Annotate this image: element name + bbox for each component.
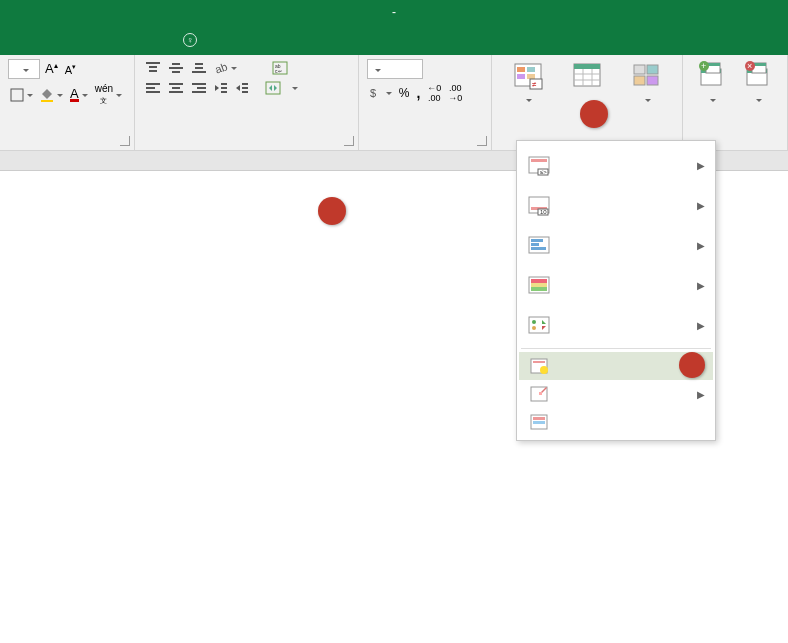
svg-rect-76 bbox=[531, 287, 547, 291]
menu-highlight-rules[interactable]: ≤> ▶ bbox=[519, 145, 713, 185]
tab-formulas[interactable] bbox=[33, 25, 61, 55]
align-bottom-button[interactable] bbox=[189, 59, 209, 77]
submenu-arrow-icon: ▶ bbox=[697, 200, 705, 211]
increase-decimal-button[interactable]: ←0.00 bbox=[425, 81, 443, 105]
svg-rect-84 bbox=[539, 392, 542, 395]
top-bottom-icon: 10 bbox=[527, 193, 551, 217]
svg-rect-30 bbox=[266, 82, 280, 94]
conditional-format-button[interactable]: ≠ bbox=[507, 59, 549, 107]
menu-separator bbox=[521, 348, 711, 349]
font-color-button[interactable]: A bbox=[68, 81, 90, 108]
border-button[interactable] bbox=[8, 81, 35, 108]
comma-button[interactable]: , bbox=[414, 81, 422, 105]
color-scales-icon bbox=[527, 273, 551, 297]
svg-rect-47 bbox=[634, 76, 645, 85]
menu-new-rule[interactable] bbox=[519, 352, 713, 380]
svg-rect-48 bbox=[647, 76, 658, 85]
icon-sets-icon bbox=[527, 313, 551, 337]
svg-rect-13 bbox=[146, 87, 155, 89]
decrease-indent-button[interactable] bbox=[212, 79, 230, 97]
group-alignment: ab abc↵ bbox=[135, 55, 359, 150]
cell-styles-button[interactable] bbox=[625, 59, 667, 107]
submenu-arrow-icon: ▶ bbox=[697, 389, 705, 400]
increase-indent-button[interactable] bbox=[233, 79, 251, 97]
callout-3 bbox=[679, 352, 705, 378]
svg-text:c↵: c↵ bbox=[275, 68, 282, 74]
align-middle-button[interactable] bbox=[166, 59, 186, 77]
highlight-rules-icon: ≤> bbox=[527, 153, 551, 177]
align-top-button[interactable] bbox=[143, 59, 163, 77]
callout-2 bbox=[580, 100, 608, 128]
svg-rect-17 bbox=[169, 91, 183, 93]
tab-developer[interactable] bbox=[145, 25, 173, 55]
menu-color-scales[interactable]: ▶ bbox=[519, 265, 713, 305]
svg-text:10: 10 bbox=[540, 209, 547, 215]
fill-color-button[interactable] bbox=[38, 81, 65, 108]
align-right-button[interactable] bbox=[189, 79, 209, 97]
group-label-font bbox=[8, 132, 126, 148]
menu-manage-rules[interactable] bbox=[519, 408, 713, 436]
svg-rect-1 bbox=[41, 100, 53, 102]
number-format-select[interactable] bbox=[367, 59, 423, 79]
svg-rect-22 bbox=[221, 87, 227, 89]
menu-icon-sets[interactable]: ▶ bbox=[519, 305, 713, 345]
svg-rect-10 bbox=[192, 71, 206, 73]
submenu-arrow-icon: ▶ bbox=[697, 240, 705, 251]
menu-clear-rules[interactable]: ▶ bbox=[519, 380, 713, 408]
tab-review[interactable] bbox=[89, 25, 117, 55]
svg-point-79 bbox=[532, 326, 536, 330]
group-label-number bbox=[367, 132, 483, 148]
align-left-button[interactable] bbox=[143, 79, 163, 97]
align-launcher[interactable] bbox=[344, 136, 354, 146]
conditional-format-menu: ≤> ▶ 10 ▶ ▶ ▶ ▶ ▶ bbox=[516, 140, 716, 441]
svg-rect-4 bbox=[149, 70, 157, 72]
tab-view[interactable] bbox=[117, 25, 145, 55]
group-number: $ % , ←0.00 .00→0 bbox=[359, 55, 492, 150]
svg-rect-70 bbox=[531, 239, 543, 242]
svg-rect-14 bbox=[146, 91, 160, 93]
svg-rect-12 bbox=[146, 83, 160, 85]
decrease-font-button[interactable]: A▾ bbox=[63, 59, 78, 79]
svg-rect-7 bbox=[172, 71, 180, 73]
format-as-table-button[interactable] bbox=[566, 59, 608, 107]
svg-rect-75 bbox=[531, 283, 547, 287]
submenu-arrow-icon: ▶ bbox=[697, 280, 705, 291]
menu-top-bottom-rules[interactable]: 10 ▶ bbox=[519, 185, 713, 225]
font-size-select[interactable] bbox=[8, 59, 40, 79]
callout-1 bbox=[318, 197, 346, 225]
decrease-decimal-button[interactable]: .00→0 bbox=[446, 81, 464, 105]
font-launcher[interactable] bbox=[120, 136, 130, 146]
merge-center-button[interactable] bbox=[263, 79, 300, 97]
svg-point-82 bbox=[540, 366, 548, 374]
phonetic-button[interactable]: wén文 bbox=[93, 81, 124, 108]
svg-rect-20 bbox=[192, 91, 206, 93]
orientation-button[interactable]: ab bbox=[212, 59, 239, 77]
delete-button[interactable]: × bbox=[737, 59, 779, 107]
svg-rect-2 bbox=[146, 62, 160, 64]
increase-font-button[interactable]: A▴ bbox=[43, 59, 60, 79]
ribbon-tabs: ♀ bbox=[0, 25, 788, 55]
accounting-button[interactable]: $ bbox=[367, 81, 394, 105]
svg-rect-0 bbox=[11, 89, 23, 101]
tab-page-layout[interactable] bbox=[5, 25, 33, 55]
tell-me[interactable]: ♀ bbox=[183, 33, 203, 47]
svg-rect-77 bbox=[529, 317, 549, 333]
percent-button[interactable]: % bbox=[397, 81, 412, 105]
submenu-arrow-icon: ▶ bbox=[697, 320, 705, 331]
menu-data-bars[interactable]: ▶ bbox=[519, 225, 713, 265]
ribbon: A▴ A▾ A wén文 ab bbox=[0, 55, 788, 151]
insert-button[interactable]: + bbox=[691, 59, 733, 107]
svg-point-78 bbox=[532, 320, 536, 324]
svg-rect-40 bbox=[574, 64, 600, 69]
svg-rect-34 bbox=[527, 67, 535, 72]
svg-text:ab: ab bbox=[214, 61, 228, 75]
svg-rect-26 bbox=[242, 91, 248, 93]
svg-rect-87 bbox=[533, 421, 545, 424]
svg-rect-5 bbox=[172, 63, 180, 65]
svg-rect-9 bbox=[195, 67, 203, 69]
wrap-text-button[interactable]: abc↵ bbox=[263, 59, 300, 77]
align-center-button[interactable] bbox=[166, 79, 186, 97]
svg-rect-71 bbox=[531, 243, 539, 246]
tab-data[interactable] bbox=[61, 25, 89, 55]
number-launcher[interactable] bbox=[477, 136, 487, 146]
